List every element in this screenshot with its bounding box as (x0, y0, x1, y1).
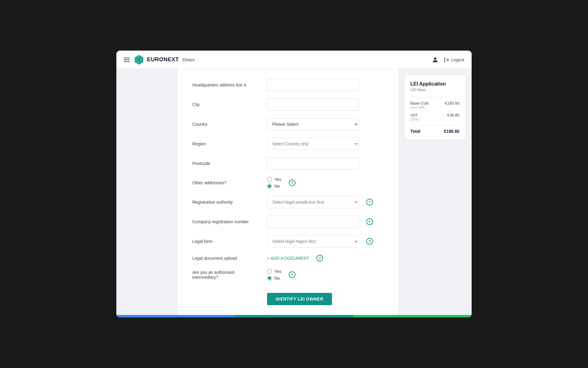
summary-panel: LEI Application LEI New Base Cost (excl.… (398, 69, 472, 315)
legal-document-label: Legal document upload (192, 256, 260, 261)
logout-button[interactable]: Logout (444, 57, 464, 63)
summary-divider-2 (410, 125, 459, 125)
other-addresses-yes-label[interactable]: Yes (267, 177, 281, 182)
city-row: City (192, 98, 383, 111)
total-value: €196.80 (444, 129, 459, 134)
base-cost-sublabel: (excl.VAT) (410, 105, 429, 109)
navbar-right: Logout (432, 56, 464, 63)
legal-form-label: Legal form (192, 239, 260, 244)
company-reg-help-icon[interactable]: ? (366, 218, 373, 225)
bottom-bar (116, 315, 472, 317)
authorised-intermediary-row: Are you an authorised intermediary? Yes … (192, 269, 383, 281)
vat-label-group: VAT (23%) (410, 113, 419, 121)
hamburger-menu[interactable] (124, 58, 130, 62)
total-row: Total €196.80 (410, 129, 459, 134)
form-container: Headquarters address line 4 City Country… (178, 69, 398, 315)
base-cost-label: Base Cost (410, 101, 429, 105)
hq-address-input[interactable] (267, 79, 359, 91)
browser-window: EURONEXT Direct Logout (116, 51, 472, 317)
summary-subtitle: LEI New (410, 87, 459, 92)
brand-name: EURONEXT (147, 56, 179, 63)
hq-address-label: Headquarters address line 4 (192, 82, 260, 87)
company-reg-row: Company registration number ? (192, 216, 383, 228)
registration-authority-select[interactable]: Select legal jurisdiction first (267, 196, 359, 208)
vat-value: €36.80 (447, 113, 459, 117)
bottom-bar-teal (235, 315, 353, 317)
legal-form-row: Legal form Select legal region first ? (192, 235, 383, 247)
user-icon[interactable] (432, 56, 439, 63)
other-addresses-no-label[interactable]: No (267, 184, 281, 189)
logout-label: Logout (451, 57, 464, 62)
hq-address-row: Headquarters address line 4 (192, 79, 383, 91)
city-label: City (192, 102, 260, 107)
vat-sublabel: (23%) (410, 117, 419, 121)
country-label: Country (192, 122, 260, 127)
summary-title: LEI Application (410, 81, 459, 87)
legal-form-select[interactable]: Select legal region first (267, 235, 359, 247)
region-select[interactable]: Select Country first (267, 138, 359, 150)
company-reg-input[interactable] (267, 216, 359, 228)
registration-authority-label: Registration authority (192, 200, 260, 205)
other-addresses-no-radio[interactable] (267, 184, 272, 189)
base-cost-row: Base Cost (excl.VAT) €160.00 (410, 101, 459, 109)
legal-form-help-icon[interactable]: ? (366, 238, 373, 245)
registration-authority-row: Registration authority Select legal juri… (192, 196, 383, 208)
identify-lei-owner-button[interactable]: IDENTIFY LEI OWNER (267, 293, 332, 305)
postcode-input[interactable] (267, 157, 359, 170)
logo-area: EURONEXT Direct (134, 54, 194, 65)
brand-direct: Direct (183, 57, 194, 62)
summary-divider-1 (410, 97, 459, 97)
other-addresses-label: Other addresses? (192, 180, 260, 185)
authorised-intermediary-no-label[interactable]: No (267, 276, 281, 281)
svg-point-3 (434, 57, 436, 60)
registration-authority-help-icon[interactable]: ? (366, 199, 373, 205)
postcode-row: Postcode (192, 157, 383, 170)
authorised-intermediary-radio-group: Yes No (267, 269, 281, 281)
main-content: Headquarters address line 4 City Country… (116, 69, 472, 315)
yes-label: Yes (274, 177, 281, 182)
navbar: EURONEXT Direct Logout (116, 51, 472, 69)
summary-card: LEI Application LEI New Base Cost (excl.… (404, 75, 466, 140)
bottom-bar-green (353, 315, 472, 317)
postcode-label: Postcode (192, 161, 260, 166)
base-cost-value: €160.00 (445, 101, 459, 105)
sidebar (116, 69, 178, 315)
vat-label: VAT (410, 113, 419, 117)
country-row: Country Please Select (192, 118, 383, 130)
authorised-intermediary-yes-label[interactable]: Yes (267, 269, 281, 274)
authorised-intermediary-yes-radio[interactable] (267, 269, 272, 274)
euronext-logo-icon (134, 54, 145, 65)
auth-yes-label: Yes (274, 269, 281, 274)
country-select[interactable]: Please Select (267, 118, 359, 130)
bottom-bar-blue (116, 315, 235, 317)
authorised-intermediary-label: Are you an authorised intermediary? (192, 270, 260, 280)
region-label: Region (192, 141, 260, 146)
add-document-link[interactable]: + ADD A DOCUMENT (267, 256, 309, 261)
authorised-intermediary-help-icon[interactable]: ? (289, 271, 296, 278)
authorised-intermediary-no-radio[interactable] (267, 276, 272, 281)
city-input[interactable] (267, 98, 359, 111)
no-label: No (274, 184, 280, 189)
company-reg-label: Company registration number (192, 219, 260, 224)
navbar-left: EURONEXT Direct (124, 54, 194, 65)
base-cost-label-group: Base Cost (excl.VAT) (410, 101, 429, 109)
other-addresses-help-icon[interactable]: ? (289, 179, 296, 186)
total-label: Total (410, 129, 420, 134)
auth-no-label: No (274, 276, 280, 281)
other-addresses-row: Other addresses? Yes No ? (192, 177, 383, 189)
other-addresses-yes-radio[interactable] (267, 177, 272, 182)
logout-icon (444, 57, 449, 63)
other-addresses-radio-group: Yes No (267, 177, 281, 189)
legal-document-row: Legal document upload + ADD A DOCUMENT ? (192, 255, 383, 262)
legal-document-help-icon[interactable]: ? (316, 255, 323, 262)
vat-row: VAT (23%) €36.80 (410, 113, 459, 121)
region-row: Region Select Country first (192, 138, 383, 150)
